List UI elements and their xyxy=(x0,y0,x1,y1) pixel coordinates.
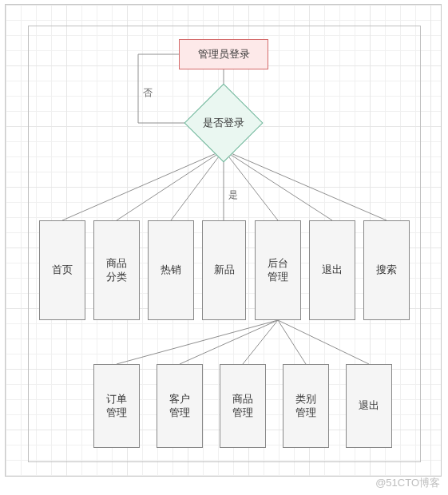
node-hot: 热销 xyxy=(148,220,194,320)
edge-label-no: 否 xyxy=(143,86,153,100)
edge-label-yes: 是 xyxy=(228,188,238,202)
node-logout: 退出 xyxy=(309,220,355,320)
decision-label: 是否登录 xyxy=(203,116,244,130)
node-home: 首页 xyxy=(39,220,85,320)
node-customer: 客户 管理 xyxy=(157,364,203,448)
node-admin: 后台 管理 xyxy=(255,220,301,320)
flowchart-canvas: 管理员登录 是否登录 否 是 首页 商品 分类 热销 新品 后台 管理 退出 搜… xyxy=(5,4,442,477)
node-order: 订单 管理 xyxy=(93,364,140,448)
node-decision: 是否登录 xyxy=(185,96,262,150)
node-start: 管理员登录 xyxy=(179,39,268,69)
node-new: 新品 xyxy=(202,220,246,320)
node-catmgmt: 类别 管理 xyxy=(283,364,329,448)
node-product: 商品 管理 xyxy=(220,364,266,448)
node-search: 搜索 xyxy=(363,220,410,320)
watermark: @51CTO博客 xyxy=(375,476,440,490)
node-category: 商品 分类 xyxy=(93,220,140,320)
node-logout2: 退出 xyxy=(346,364,392,448)
